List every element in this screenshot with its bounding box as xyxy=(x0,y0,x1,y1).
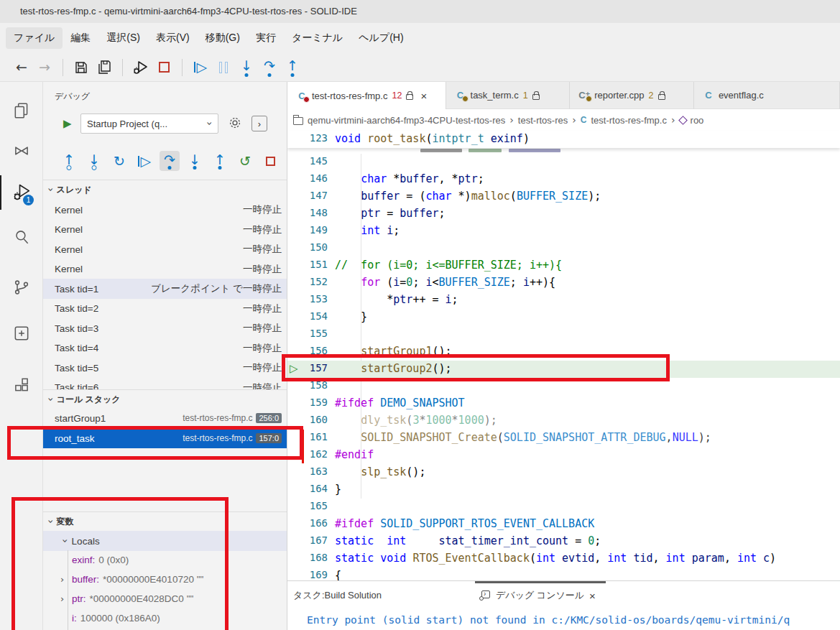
sticky-scroll-line[interactable]: 123void root_task(intptr_t exinf) xyxy=(287,131,840,148)
code-line-150[interactable]: 150 xyxy=(287,240,840,257)
debug-stop-icon[interactable] xyxy=(152,57,175,78)
code-line-160[interactable]: 160 dly_tsk(3*1000*1000); xyxy=(287,412,840,430)
save-all-icon[interactable] xyxy=(93,57,116,78)
code-line-158[interactable]: 158 xyxy=(287,378,840,395)
thread-row[interactable]: Task tid=3一時停止 xyxy=(43,318,287,338)
variables-scope-locals[interactable]: › Locals xyxy=(43,531,287,551)
code-line-161[interactable]: 161 SOLID_SNAPSHOT_Create(SOLID_SNAPSHOT… xyxy=(287,430,840,447)
thread-row[interactable]: Kernel一時停止 xyxy=(43,200,287,220)
line-number: 151 xyxy=(287,259,328,270)
panel-tab-debug-console[interactable]: › デバッグ コンソール × xyxy=(475,581,606,610)
call-stack-frame[interactable]: startGroup1test-rtos-res-fmp.c256:0 xyxy=(43,408,287,428)
code-line-151[interactable]: 151// for (i=0; i<=BUFFER_SIZE; i++){ xyxy=(287,257,840,274)
variable-row[interactable]: ›buffer:*00000000E4010720 "" xyxy=(43,570,287,589)
step-over-icon[interactable]: ↷ xyxy=(258,57,281,78)
line-number: 156 xyxy=(287,345,328,356)
gear-icon[interactable] xyxy=(227,115,243,131)
panel-tab-task[interactable]: タスク:Build Solution xyxy=(287,581,392,610)
thread-row[interactable]: Task tid=5一時停止 xyxy=(43,358,287,378)
code-area[interactable]: 145146 char *buffer, *ptr;147 buffer = (… xyxy=(287,82,840,580)
step-into-icon[interactable]: ↓ xyxy=(235,57,258,78)
code-line-153[interactable]: 153 *ptr++ = i; xyxy=(287,292,840,309)
menu-item-2[interactable]: 編集 xyxy=(63,27,98,49)
startup-project-dropdown[interactable]: Startup Project (q... › xyxy=(80,114,218,134)
source-control-icon[interactable] xyxy=(0,270,43,305)
menu-item-8[interactable]: ヘルプ(H) xyxy=(351,27,411,49)
thread-row[interactable]: Task tid=4一時停止 xyxy=(43,338,287,358)
step-into-icon[interactable]: ↓ xyxy=(185,151,205,171)
code-line-155[interactable]: 155 xyxy=(287,326,840,343)
new-project-icon[interactable] xyxy=(0,316,43,351)
menu-item-7[interactable]: ターミナル xyxy=(284,27,351,49)
toolbar-separator xyxy=(182,59,183,76)
threads-section-header[interactable]: › スレッド xyxy=(43,180,287,199)
code-line-148[interactable]: 148 ptr = buffer; xyxy=(287,205,840,223)
code-line-149[interactable]: 149 int i; xyxy=(287,223,840,240)
chevron-down-icon: › xyxy=(204,121,216,126)
vs-projects-icon[interactable] xyxy=(0,134,43,168)
step-back-out-icon[interactable]: ↑ xyxy=(59,151,79,171)
launch-play-icon[interactable]: ▶ xyxy=(63,117,72,130)
line-number: 145 xyxy=(287,155,328,167)
code-line-154[interactable]: 154 } xyxy=(287,309,840,326)
code-line-162[interactable]: 162#endif xyxy=(287,447,840,464)
bottom-panel: タスク:Build Solution › デバッグ コンソール × Entry … xyxy=(287,580,840,630)
open-panel-icon[interactable]: › xyxy=(251,116,267,131)
menu-item-4[interactable]: 表示(V) xyxy=(148,27,198,49)
code-line-157[interactable]: ▷157 startGroup2(); xyxy=(287,361,840,378)
debug-start-icon[interactable] xyxy=(129,57,152,78)
variable-row[interactable]: ›ptr:*00000000E4028DC0 "" xyxy=(43,589,287,608)
thread-row[interactable]: Kernel一時停止 xyxy=(43,239,287,259)
thread-row[interactable]: Kernel一時停止 xyxy=(43,220,287,240)
menu-item-1[interactable]: ファイル xyxy=(6,27,63,49)
save-icon[interactable] xyxy=(70,57,93,78)
code-line-168[interactable]: 168static void RTOS_EventCallback(int ev… xyxy=(287,550,840,568)
debug-actions-toolbar: ↑ ↓ ↻ ▷ ↷ ↓ ↑ ↺ xyxy=(59,151,280,171)
code-line-163[interactable]: 163 slp_tsk(); xyxy=(287,464,840,481)
code-line-165[interactable]: 165 xyxy=(287,499,840,516)
step-back-into-icon[interactable]: ↓ xyxy=(84,151,104,171)
menu-item-3[interactable]: 選択(S) xyxy=(98,27,148,49)
continue-icon[interactable]: ▷ xyxy=(134,151,154,171)
explorer-icon[interactable] xyxy=(0,93,43,128)
thread-row[interactable]: Task tid=2一時停止 xyxy=(43,299,287,319)
menu-item-6[interactable]: 実行 xyxy=(248,27,284,49)
pause-icon[interactable] xyxy=(212,57,235,78)
code-line-167[interactable]: 167static int stat_timer_int_count = 0; xyxy=(287,533,840,550)
code-line-145[interactable]: 145 xyxy=(287,154,840,171)
stop-icon[interactable] xyxy=(260,151,280,171)
thread-row[interactable]: Task tid=1ブレークポイント で一時停止 xyxy=(43,279,287,299)
search-icon[interactable] xyxy=(0,220,43,254)
continue-icon[interactable]: ▷ xyxy=(189,57,212,78)
variable-row[interactable]: exinf:0 (0x0) xyxy=(43,550,287,570)
step-over-icon[interactable]: ↷ xyxy=(160,151,180,171)
call-stack-section-header[interactable]: › コール スタック xyxy=(43,389,287,409)
extensions-icon[interactable] xyxy=(0,368,43,402)
close-icon[interactable]: × xyxy=(589,590,596,602)
menu-item-5[interactable]: 移動(G) xyxy=(198,27,248,49)
line-number: 153 xyxy=(287,293,328,305)
forward-icon[interactable]: → xyxy=(33,57,56,78)
code-line-156[interactable]: 156 startGroup1(); xyxy=(287,343,840,361)
back-icon[interactable]: ← xyxy=(10,57,33,78)
step-out-icon[interactable]: ↑ xyxy=(281,57,304,78)
code-line-147[interactable]: 147 buffer = (char *)malloc(BUFFER_SIZE)… xyxy=(287,188,840,205)
code-line-169[interactable]: 169{ xyxy=(287,568,840,580)
thread-row[interactable]: Kernel一時停止 xyxy=(43,259,287,279)
code-line-159[interactable]: 159#ifdef DEMO_SNAPSHOT xyxy=(287,395,840,412)
line-number: 150 xyxy=(287,241,328,253)
restart-icon[interactable]: ↺ xyxy=(235,151,255,171)
step-out-icon[interactable]: ↑ xyxy=(210,151,230,171)
code-line-164[interactable]: 164} xyxy=(287,481,840,499)
debug-view-icon[interactable]: 1 xyxy=(0,175,43,210)
code-line-166[interactable]: 166#ifdef SOLID_SUPPORT_RTOS_EVENT_CALLB… xyxy=(287,516,840,533)
line-number: 165 xyxy=(287,500,328,511)
run-to-cursor-icon[interactable]: ↻ xyxy=(109,151,129,171)
variable-row[interactable]: i:100000 (0x186A0) xyxy=(43,608,287,628)
code-line-146[interactable]: 146 char *buffer, *ptr; xyxy=(287,171,840,188)
call-stack-frame[interactable]: root_tasktest-rtos-res-fmp.c157:0 xyxy=(43,428,287,448)
code-line-152[interactable]: 152 for (i=0; i<BUFFER_SIZE; i++){ xyxy=(287,274,840,292)
solid-ide-window: test-rtos-res-fmp.c - qemu-virtmini-aarc… xyxy=(0,0,840,630)
variables-section-header[interactable]: › 変数 xyxy=(43,511,287,531)
line-number: 164 xyxy=(287,483,328,494)
